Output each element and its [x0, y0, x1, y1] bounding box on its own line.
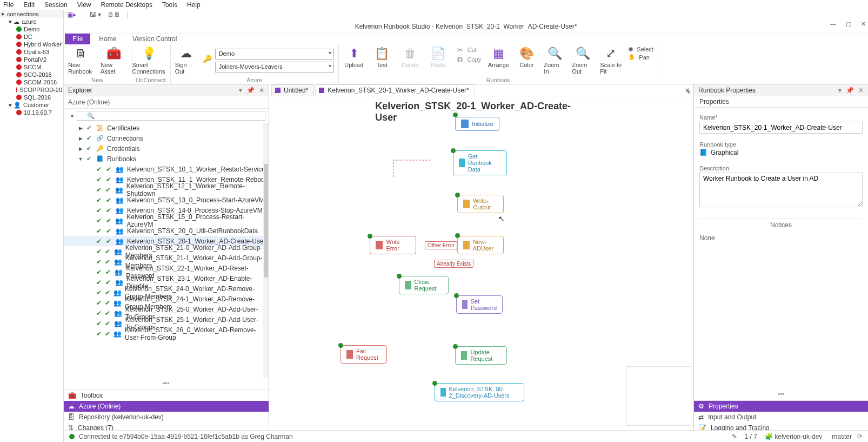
workflow-canvas[interactable]: Kelverion_STSK_20-1_Worker_AD-Create-Use… — [269, 96, 693, 442]
tree-item[interactable]: Hybrid Worker — [15, 41, 63, 48]
qat-save-icon[interactable]: 🖫 ▾ — [90, 11, 101, 18]
toolbox-pane[interactable]: 🧰Toolbox — [64, 390, 269, 401]
minimize-button[interactable]: — — [830, 21, 836, 28]
runbook-item[interactable]: ✔✔👥Kelverion_STSK_13_0_Process-Start-Azu… — [64, 195, 269, 205]
document-tab-untitled[interactable]: Untitled* — [271, 84, 314, 96]
tree-group-azure[interactable]: ▾ ☁ azure — [8, 18, 63, 25]
panel-pin-icon[interactable]: 📌 — [246, 87, 255, 94]
search-chevron-icon[interactable]: ▾ — [67, 113, 77, 119]
activity-set-password[interactable]: Set Password — [456, 295, 503, 314]
cut-button[interactable]: ✂Cut — [456, 45, 482, 54]
activity-write-output[interactable]: Write-Output — [457, 195, 504, 213]
drag-handle[interactable]: ••• — [64, 378, 269, 390]
status-pencil-icon[interactable]: ✎ — [732, 433, 737, 440]
ribbon-tab-file[interactable]: File — [65, 34, 90, 44]
new-runbook-button[interactable]: 🗎New Runbook — [68, 45, 94, 75]
page-indicator: 1 / 7 — [745, 433, 757, 440]
menu-file[interactable]: File — [3, 1, 14, 9]
subscription-dropdown[interactable]: Demo — [215, 49, 334, 60]
color-button[interactable]: 🎨Color — [516, 45, 537, 68]
close-button[interactable]: ✕ — [861, 21, 866, 28]
copy-button[interactable]: ⧉Copy — [456, 55, 482, 64]
section-credentials[interactable]: ▶✔🔑Credentials — [64, 143, 269, 154]
document-tabs: Untitled* Kelverion_STSK_20-1_Worker_AD-… — [269, 84, 693, 96]
runbook-description-input[interactable] — [699, 173, 863, 207]
drag-handle[interactable]: ••• — [694, 388, 868, 400]
document-tab-create-user[interactable]: Kelverion_STSK_20-1_Worker_AD-Create-Use… — [315, 84, 475, 96]
main-branch-indicator[interactable]: master — [832, 433, 852, 440]
doctabs-close-icon[interactable]: ✕ — [685, 87, 690, 94]
panel-menu-icon[interactable]: ▾ — [239, 87, 242, 94]
tree-item[interactable]: DC — [15, 33, 63, 41]
tree-group-customer[interactable]: ▾ 👤 Customer — [8, 101, 63, 109]
activity-discovery[interactable]: Kelverion_STSK_80-2_Discovery-AD-Users — [435, 383, 524, 401]
menu-edit[interactable]: Edit — [23, 1, 35, 9]
runbook-item[interactable]: ✔✔👥Kelverion_STSK_20_0_Util-GetRunbookDa… — [64, 226, 269, 236]
automation-account-dropdown[interactable]: Joiners-Movers-Leavers — [215, 62, 334, 72]
props-tab-properties[interactable]: ⚙Properties — [694, 401, 868, 412]
explorer-scrollbar[interactable] — [263, 123, 269, 378]
runbook-item[interactable]: ✔✔👥Kelverion_STSK_26_0_Worker_AD-Remove-… — [64, 328, 269, 339]
scale-to-fit-button[interactable]: ⤢Scale to Fit — [600, 45, 622, 75]
explorer-search-input[interactable] — [77, 111, 265, 121]
runbook-item[interactable]: ✔✔👥Kelverion_STSK_10_1_Worker_Restart-Se… — [64, 164, 269, 174]
panel-pin-icon[interactable]: 📌 — [846, 87, 854, 94]
activity-new-aduser[interactable]: New-ADUser — [457, 236, 504, 254]
maximize-button[interactable]: ▢ — [846, 21, 851, 28]
qat-saveall-icon[interactable]: 🗎🗎 — [108, 11, 121, 18]
menu-view[interactable]: View — [77, 1, 91, 9]
menu-session[interactable]: Session — [44, 1, 68, 9]
section-connections[interactable]: ▶✔🔗Connections — [64, 133, 269, 143]
tree-item[interactable]: SQL-2016 — [15, 94, 63, 101]
qat-play-icon[interactable]: ▣▸ — [67, 11, 76, 18]
upload-button[interactable]: ⬆Upload — [343, 45, 365, 68]
connections-title[interactable]: ▸ connections — [0, 10, 63, 18]
repository-pane[interactable]: 🗄Repository (kelverion-uk-dev) — [64, 412, 269, 423]
menu-remote-desktops[interactable]: Remote Desktops — [101, 1, 152, 9]
activity-write-error[interactable]: Write Error — [370, 236, 416, 254]
activity-initialize[interactable]: Initialize — [455, 117, 499, 131]
tree-item[interactable]: SCOM-2016 — [15, 78, 63, 86]
activity-close-request[interactable]: Close Request — [399, 276, 449, 294]
tree-item[interactable]: 10.19.60.7 — [15, 109, 63, 116]
delete-button[interactable]: 🗑Delete — [399, 45, 421, 68]
panel-close-icon[interactable]: ✕ — [259, 87, 264, 94]
section-runbooks[interactable]: ▼✔📘Runbooks — [64, 154, 269, 164]
test-button[interactable]: 📋Test — [371, 45, 393, 68]
menu-tools[interactable]: Tools — [162, 1, 177, 9]
tree-item[interactable]: Demo — [15, 25, 63, 33]
props-tab-io[interactable]: ⇄Input and Output — [694, 412, 868, 423]
sign-out-button[interactable]: ☁Sign Out — [175, 45, 197, 75]
section-certs[interactable]: ▶✔📜Certificates — [64, 123, 269, 133]
select-mode-button[interactable]: ◉Select — [628, 45, 653, 52]
smart-connections-button[interactable]: 💡Smart Connections — [136, 45, 162, 75]
window-title: Kelverion Runbook Studio - Kelverion_STS… — [355, 23, 577, 30]
runbook-name-input[interactable] — [699, 122, 863, 134]
pan-mode-button[interactable]: ✋Pan — [628, 54, 653, 61]
tree-item[interactable]: SCOPPROD-20 — [15, 86, 63, 94]
tree-item[interactable]: PortalV2 — [15, 56, 63, 63]
arrange-button[interactable]: ▦Arrange — [488, 45, 509, 68]
zoom-in-button[interactable]: 🔍Zoom In — [544, 45, 565, 75]
new-asset-button[interactable]: 🧰New Asset — [101, 45, 126, 75]
tree-item[interactable]: Opalis-63 — [15, 48, 63, 56]
menu-help[interactable]: Help — [187, 1, 201, 9]
properties-tab[interactable]: Properties — [694, 96, 868, 108]
tree-item[interactable]: SCO-2016 — [15, 71, 63, 78]
tree-item[interactable]: SCCM — [15, 63, 63, 71]
runbook-item[interactable]: ✔✔👥Kelverion_STSK_15_0_Process-Restart-A… — [64, 215, 269, 226]
panel-close-icon[interactable]: ✕ — [858, 87, 864, 94]
branch-indicator[interactable]: 🧩 kelverion-uk-dev — [765, 433, 822, 440]
zoom-out-button[interactable]: 🔍Zoom Out — [572, 45, 593, 75]
activity-fail-request[interactable]: Fail Request — [340, 345, 387, 364]
activity-get-runbook-data[interactable]: Get Runbook Data — [453, 150, 507, 175]
ribbon-tab-home[interactable]: Home — [91, 34, 124, 44]
canvas-minimap[interactable] — [626, 366, 691, 426]
runbook-item[interactable]: ✔✔👥Kelverion_STSK_12_1_Worker_Remote-Shu… — [64, 184, 269, 195]
ribbon-tab-version-control[interactable]: Version Control — [125, 34, 184, 44]
activity-update-request[interactable]: Update Request — [455, 346, 507, 365]
paste-button[interactable]: 📄Paste — [428, 45, 449, 68]
sync-icon[interactable]: ⟳ — [857, 433, 863, 440]
azure-online-pane[interactable]: ☁Azure (Online) — [64, 401, 269, 412]
panel-menu-icon[interactable]: ▾ — [838, 87, 842, 94]
